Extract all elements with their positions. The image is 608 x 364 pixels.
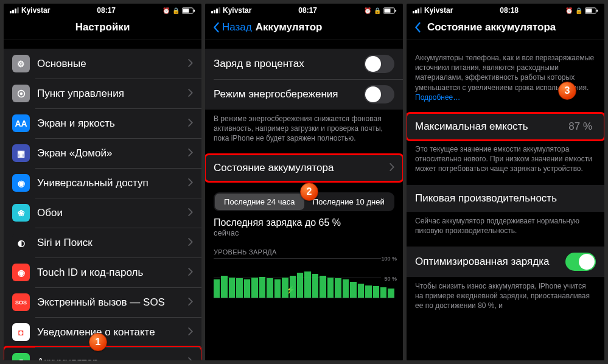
status-time: 08:17 <box>97 6 116 15</box>
orientation-lock-icon <box>374 6 381 15</box>
battery-screen: Kyivstar 08:17 Назад Аккумулятор Заряд в… <box>205 4 403 360</box>
more-link[interactable]: Подробнее… <box>415 93 460 102</box>
row-label: Уведомление о контакте <box>37 326 188 338</box>
chart-bar <box>259 277 265 298</box>
row-label: Touch ID и код-пароль <box>37 267 188 279</box>
carrier-label: Kyivstar <box>223 6 251 15</box>
nav-bar: Состояние аккумулятора <box>407 16 604 40</box>
chart-bar <box>327 278 334 298</box>
chart-bar <box>335 278 341 297</box>
chart-bar <box>358 284 364 298</box>
row-icon: ⚙ <box>12 55 30 72</box>
status-time: 08:17 <box>298 6 317 15</box>
chevron-left-icon <box>212 22 220 33</box>
settings-row-пункт-управления[interactable]: ⦿Пункт управления <box>4 79 201 108</box>
status-bar: Kyivstar 08:17 <box>205 4 403 16</box>
seg-24h[interactable]: Последние 24 часа <box>215 194 304 210</box>
back-button[interactable] <box>414 22 424 33</box>
chart-bar <box>251 278 257 298</box>
svg-rect-4 <box>384 9 390 12</box>
signal-icon <box>10 7 19 13</box>
chart-bar <box>365 285 371 298</box>
status-bar: Kyivstar 08:18 <box>407 4 604 16</box>
chart-bar <box>221 276 227 298</box>
row-label: Экран «Домой» <box>37 147 188 159</box>
last-charge-title: Последняя зарядка до 65 % <box>205 216 403 228</box>
chart-bar <box>380 287 386 297</box>
alarm-icon <box>565 6 573 15</box>
svg-rect-7 <box>585 9 592 12</box>
row-icon: ⦿ <box>12 85 30 102</box>
settings-row-обои[interactable]: ❀Обои <box>4 198 201 228</box>
svg-rect-2 <box>194 9 195 12</box>
chart-bar <box>350 282 356 298</box>
optimized-charging-row[interactable]: Оптимизированная зарядка <box>407 247 604 277</box>
toggle-on[interactable] <box>565 253 596 271</box>
carrier-label: Kyivstar <box>21 6 50 15</box>
chart-bar <box>304 271 310 297</box>
chart-bar <box>236 278 242 297</box>
row-label: Пункт управления <box>37 88 188 100</box>
toggle-off[interactable] <box>364 85 394 103</box>
chart-bar <box>244 279 250 298</box>
signal-icon <box>413 7 422 13</box>
carrier-label: Kyivstar <box>424 6 453 15</box>
settings-row-экстренный-вызов-sos[interactable]: SOSЭкстренный вызов — SOS <box>4 287 201 317</box>
row-label: Siri и Поиск <box>37 237 188 249</box>
chevron-right-icon <box>188 208 193 219</box>
chart-bar <box>343 279 349 298</box>
settings-row-siri-и-поиск[interactable]: ◐Siri и Поиск <box>4 228 201 257</box>
nav-bar: Назад Аккумулятор <box>205 16 403 40</box>
last-charge-sub: сейчас <box>205 228 403 242</box>
status-bar: Kyivstar 08:17 <box>4 4 201 16</box>
row-icon: ◐ <box>12 234 30 251</box>
chevron-right-icon <box>188 88 193 99</box>
page-title: Настройки <box>4 21 201 33</box>
row-label: Режим энергосбережения <box>214 88 364 100</box>
settings-row-универсальный-доступ[interactable]: ◉Универсальный доступ <box>4 168 201 198</box>
alarm-icon <box>364 6 371 15</box>
chevron-right-icon <box>188 118 193 129</box>
max-capacity-row[interactable]: Максимальная емкость 87 % <box>407 113 604 140</box>
row-label: Аккумулятор <box>37 356 188 361</box>
battery-percentage-row[interactable]: Заряд в процентах <box>205 49 403 79</box>
chart-bar <box>388 289 394 297</box>
settings-row-touch-id-и-код-пароль[interactable]: ◉Touch ID и код-пароль <box>4 257 201 287</box>
row-icon: ◘ <box>12 323 30 341</box>
chevron-left-icon <box>414 22 421 33</box>
settings-screen: Kyivstar 08:17 Настройки ⚙Основные⦿Пункт… <box>4 4 201 360</box>
svg-rect-5 <box>395 9 396 12</box>
chevron-right-icon <box>390 163 394 173</box>
orientation-lock-icon <box>575 6 582 15</box>
row-icon: ◉ <box>12 264 30 281</box>
low-power-mode-row[interactable]: Режим энергосбережения <box>205 79 403 110</box>
seg-10d[interactable]: Последние 10 дней <box>304 194 394 210</box>
settings-row-уведомление-о-контакте[interactable]: ◘Уведомление о контакте1 <box>4 317 201 347</box>
chevron-right-icon <box>188 267 193 278</box>
battery-icon <box>383 7 397 14</box>
battery-icon <box>585 7 598 14</box>
row-icon: ▦ <box>12 144 30 162</box>
chart-bar <box>214 279 220 297</box>
footer-text: Это текущее значение емкости аккумулятор… <box>407 140 604 174</box>
chart-bar <box>290 276 296 298</box>
chevron-right-icon <box>188 357 193 361</box>
back-button[interactable]: Назад <box>212 21 252 33</box>
svg-rect-1 <box>183 9 189 12</box>
chart-bar <box>373 286 379 297</box>
row-label: Заряд в процентах <box>214 58 364 70</box>
settings-row-экран-и-яркость[interactable]: AAЭкран и яркость <box>4 108 201 138</box>
settings-row-основные[interactable]: ⚙Основные <box>4 49 201 79</box>
chevron-right-icon <box>188 178 193 189</box>
battery-health-row[interactable]: Состояние аккумулятора <box>205 155 403 181</box>
peak-performance-row[interactable]: Пиковая производительность <box>407 185 604 212</box>
chart-bar <box>229 278 235 298</box>
chart-bar <box>274 279 281 298</box>
row-label: Максимальная емкость <box>415 121 568 133</box>
settings-row-экран-домой-[interactable]: ▦Экран «Домой» <box>4 138 201 168</box>
footer-text: В режиме энергосбережения снижается фоно… <box>205 110 403 144</box>
row-label: Экран и яркость <box>37 117 188 130</box>
chevron-right-icon <box>188 297 193 308</box>
toggle-off[interactable] <box>364 55 394 73</box>
row-label: Экстренный вызов — SOS <box>37 296 188 309</box>
